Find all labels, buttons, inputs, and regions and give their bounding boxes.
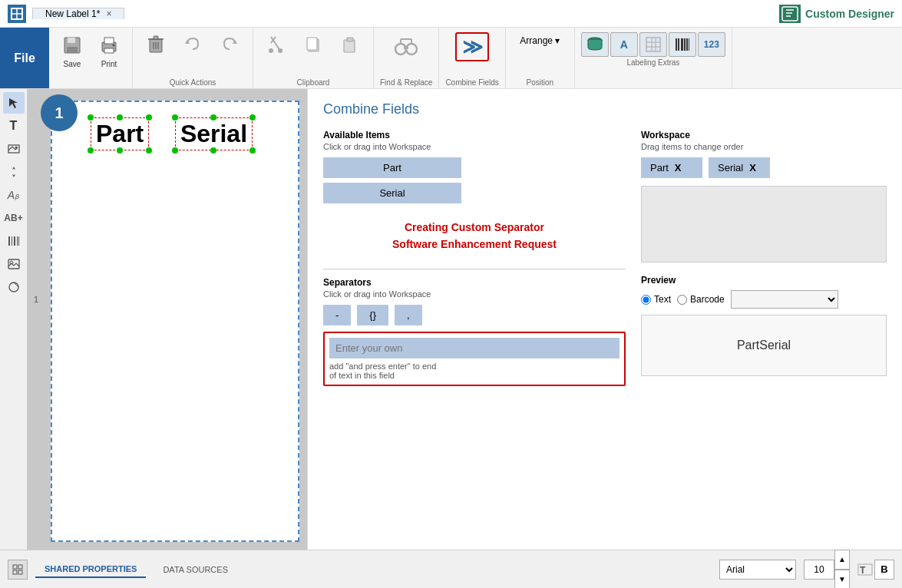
text-radio[interactable] [641,295,651,305]
svg-rect-50 [689,38,689,51]
svg-marker-56 [12,167,15,177]
custom-separator-input[interactable] [329,338,620,358]
undo-button[interactable] [176,32,210,58]
cut-button[interactable] [259,32,293,60]
binoculars-icon [395,35,418,60]
title-bar: New Label 1* × Custom Designer [0,0,902,28]
svg-rect-44 [681,38,682,51]
svg-rect-42 [676,38,677,51]
arrange-button[interactable]: Arrange ▾ [514,32,566,49]
preview-dropdown[interactable] [731,290,838,309]
paste-button[interactable] [333,32,367,60]
comma-separator-button[interactable]: , [395,305,422,325]
data-sources-tab[interactable]: DATA SOURCES [154,562,237,577]
part-item-button[interactable]: Part [323,157,461,178]
serial-item-button[interactable]: Serial [323,183,461,203]
barcode-tool[interactable] [3,230,25,252]
workspace-part-label: Part [650,162,669,173]
combine-fields-label: Combine Fields [445,78,498,87]
quick-actions-items [139,32,246,77]
svg-rect-8 [68,38,75,43]
svg-rect-12 [104,48,114,53]
separator-divider [323,269,626,269]
file-button[interactable]: File [0,28,49,88]
font-size-down[interactable]: ▼ [834,570,850,589]
font-select[interactable]: Arial [719,560,796,580]
svg-line-52 [8,147,12,150]
barcode-radio-label[interactable]: Barcode [677,294,725,305]
svg-rect-47 [678,38,679,51]
copy-button[interactable] [296,32,330,60]
svg-rect-59 [14,236,15,246]
workspace-title: Workspace [641,130,887,140]
save-button[interactable]: Save [55,32,89,71]
save-print-items: Save Print [55,32,126,87]
image-tool[interactable] [3,138,25,160]
move-tool[interactable] [3,161,25,183]
labeling-db-icon[interactable] [581,32,609,57]
grid-button[interactable] [8,560,28,580]
separators-section: Separators Click or drag into Workspace … [323,269,626,386]
svg-rect-57 [8,236,10,246]
text-style-control: T B [857,560,894,580]
copy-icon [305,35,322,57]
font-size-up[interactable]: ▲ [834,550,850,570]
trash-button[interactable] [139,32,173,60]
serial-text[interactable]: Serial [175,117,253,150]
font-size-input[interactable] [804,560,834,580]
text-radio-label[interactable]: Text [641,294,671,305]
find-replace-button[interactable] [389,32,423,63]
custom-request-line1: Creating Custom Separator [323,219,626,236]
labeling-barcode-icon[interactable] [669,32,696,57]
shape-tool[interactable] [3,276,25,298]
bold-label: B [881,563,887,575]
custom-separator-wrapper: add "and press enter" to endof text in t… [323,332,626,386]
workspace-part-item[interactable]: Part X [641,157,702,178]
workspace-part-remove[interactable]: X [675,162,682,173]
save-print-group: Save Print [49,28,133,88]
labeling-text-icon[interactable]: A [610,32,638,57]
picture-tool[interactable] [3,253,25,275]
combine-fields-panel: Combine Fields Available Items Click or … [307,89,902,550]
workspace-drop-area[interactable] [641,186,887,263]
labeling-123-icon[interactable]: 123 [698,32,725,57]
bold-button[interactable]: B [874,560,894,580]
tab-close-button[interactable]: × [106,8,111,19]
text-style-tool[interactable]: Aᵦ [3,184,25,206]
arrange-label: Arrange ▾ [520,35,560,46]
part-text[interactable]: Part [91,117,149,150]
separators-sub: Click or drag into Workspace [323,289,626,299]
font-tool[interactable]: AB+ [3,207,25,229]
dash-separator-button[interactable]: - [323,305,351,325]
label-canvas: 1 1 Part [51,101,299,542]
print-button[interactable]: Print [92,32,126,71]
panel-left: Available Items Click or drag into Works… [323,130,626,386]
title-bar-right: Custom Designer [779,5,894,23]
clipboard-group: Clipboard [253,28,374,88]
text-tool[interactable]: T [3,115,25,137]
canvas-area: T Aᵦ AB+ 1 1 [0,89,307,550]
svg-rect-46 [686,38,688,51]
svg-rect-48 [682,38,683,51]
workspace-serial-item[interactable]: Serial X [709,157,770,178]
workspace-serial-remove[interactable]: X [749,162,756,173]
svg-point-13 [113,45,115,47]
svg-rect-68 [13,570,17,574]
labeling-table-icon[interactable] [639,32,667,57]
quick-actions-group: Quick Actions [133,28,253,88]
barcode-radio[interactable] [677,295,687,305]
select-tool[interactable] [3,92,25,114]
font-size-arrows: ▲ ▼ [834,550,850,589]
workspace-section: Workspace Drag items to change order Par… [641,130,887,263]
combine-fields-button[interactable]: ≫ [455,32,489,61]
cut-icon [268,35,285,57]
active-tab[interactable]: New Label 1* × [32,8,124,19]
labeling-extras-items: A 123 [581,32,725,57]
braces-separator-button[interactable]: {} [357,305,388,325]
combine-icon: ≫ [462,37,483,57]
custom-request-notice: Creating Custom Separator Software Enhan… [323,219,626,253]
shared-properties-tab[interactable]: SHARED PROPERTIES [35,561,146,578]
redo-button[interactable] [213,32,246,58]
svg-rect-32 [404,46,408,49]
canvas-content: 1 1 Part [28,89,307,550]
